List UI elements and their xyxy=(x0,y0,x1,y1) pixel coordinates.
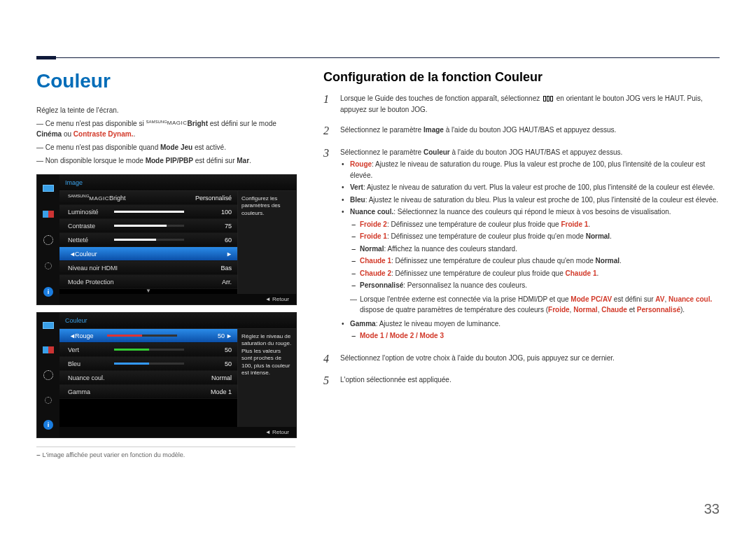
function-key-icon xyxy=(543,96,553,101)
osd-list: SAMSUNGMAGICBright Personnalisé Luminosi… xyxy=(59,191,237,294)
osd-row[interactable]: Vert 50 xyxy=(59,343,237,357)
osd-row-selected[interactable]: ◄ Couleur ► xyxy=(59,247,237,261)
step-number: 3 xyxy=(323,147,340,343)
left-column: Couleur Réglez la teinte de l'écran. Ce … xyxy=(36,70,295,458)
osd-row[interactable]: Gamma Mode 1 xyxy=(59,385,237,399)
osd-row[interactable]: Nuance coul. Normal xyxy=(59,371,237,385)
osd-image-menu: i Image SAMSUNGMAGICBright Personnalisé xyxy=(36,174,297,305)
pip-icon xyxy=(43,346,54,353)
osd-row[interactable]: Netteté 60 xyxy=(59,233,237,247)
step-2: 2 Sélectionnez le paramètre Image à l'ai… xyxy=(323,125,720,137)
step-3: 3 Sélectionnez le paramètre Couleur à l'… xyxy=(323,147,720,343)
page-header-rule xyxy=(36,57,720,58)
osd-row[interactable]: Mode Protection Arr. xyxy=(59,275,237,289)
osd-row[interactable]: Niveau noir HDMI Bas xyxy=(59,261,237,275)
right-column: Configuration de la fonction Couleur 1 L… xyxy=(323,70,720,458)
osd-list: ◄ Rouge 50 ► Vert 50 xyxy=(59,329,237,427)
image-disclaimer: ‒ L'image affichée peut varier en foncti… xyxy=(36,451,295,458)
pip-icon xyxy=(43,211,54,218)
step-5: 5 L'option sélectionnée est appliquée. xyxy=(323,374,720,387)
step-4: 4 Sélectionnez l'option de votre choix à… xyxy=(323,353,720,365)
osd-row[interactable]: SAMSUNGMAGICBright Personnalisé xyxy=(59,191,237,205)
osd-row[interactable]: Contraste 75 xyxy=(59,219,237,233)
step-number: 2 xyxy=(323,125,340,137)
section-title: Couleur xyxy=(36,70,295,92)
note-pip-pbp: Non disponible lorsque le mode Mode PIP/… xyxy=(36,155,295,166)
chevron-left-icon: ◄ xyxy=(69,251,74,258)
osd-tip: Configurez les paramètres des couleurs. xyxy=(237,191,296,294)
osd-tip: Réglez le niveau de saturation du rouge.… xyxy=(237,329,296,427)
display-icon xyxy=(43,322,54,329)
settings-icon xyxy=(43,235,53,245)
system-icon xyxy=(45,397,52,404)
return-arrow-icon: ◄ xyxy=(265,296,271,302)
osd-return[interactable]: ◄ Retour xyxy=(59,294,296,304)
display-icon xyxy=(43,185,54,192)
step-number: 1 xyxy=(323,93,340,115)
osd-header: Couleur xyxy=(59,313,296,329)
footnote-rule xyxy=(36,447,295,447)
note-mode-jeu: Ce menu n'est pas disponible quand Mode … xyxy=(36,142,295,153)
osd-color-menu: i Couleur ◄ Rouge 50 ► xyxy=(36,312,297,438)
step-number: 4 xyxy=(323,353,340,365)
osd-row-selected[interactable]: ◄ Rouge 50 ► xyxy=(59,329,237,343)
intro-text: Réglez la teinte de l'écran. xyxy=(36,105,295,115)
osd-return[interactable]: ◄ Retour xyxy=(59,427,296,437)
step-1: 1 Lorsque le Guide des touches de foncti… xyxy=(323,93,720,115)
external-input-note: Lorsque l'entrée externe est connectée v… xyxy=(350,294,720,316)
info-icon: i xyxy=(43,287,53,297)
osd-row[interactable]: Luminosité 100 xyxy=(59,205,237,219)
chevron-right-icon: ► xyxy=(226,251,230,258)
chevron-right-icon: ► xyxy=(226,332,230,339)
info-icon: i xyxy=(43,420,53,430)
settings-icon xyxy=(43,370,53,380)
osd-header: Image xyxy=(59,175,296,191)
chevron-left-icon: ◄ xyxy=(69,332,74,339)
chevron-down-icon: ▼ xyxy=(59,288,237,294)
step-number: 5 xyxy=(323,374,340,387)
note-magic-bright: Ce menu n'est pas disponible si SAMSUNGM… xyxy=(36,118,295,139)
osd-row[interactable]: Bleu 50 xyxy=(59,357,237,371)
osd-side-icons: i xyxy=(37,313,59,437)
system-icon xyxy=(45,262,52,269)
return-arrow-icon: ◄ xyxy=(265,429,271,435)
osd-side-icons: i xyxy=(37,175,59,304)
config-title: Configuration de la fonction Couleur xyxy=(323,70,720,85)
